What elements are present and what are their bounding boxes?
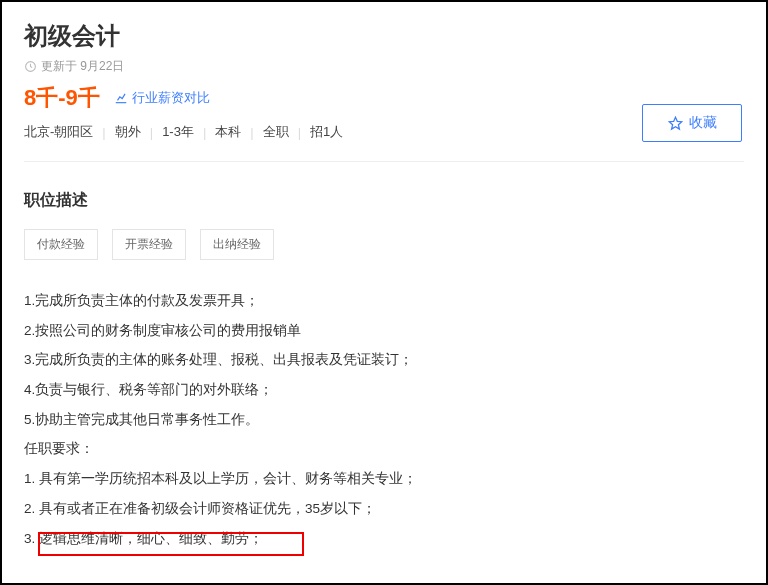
duty-item: 4.负责与银行、税务等部门的对外联络； — [24, 375, 744, 405]
req-highlight-text: 具有或者正在准备初级会计师资格证优先 — [39, 501, 291, 516]
star-icon — [668, 116, 683, 131]
req-prefix: 1. — [24, 471, 39, 486]
meta-experience: 1-3年 — [162, 123, 194, 141]
description-section-title: 职位描述 — [24, 190, 744, 211]
update-time-text: 更新于 9月22日 — [41, 58, 124, 75]
req-prefix: 2. — [24, 501, 39, 516]
requirement-item: 1. 具有第一学历统招本科及以上学历，会计、财务等相关专业； — [24, 464, 744, 494]
favorite-button[interactable]: 收藏 — [642, 104, 742, 142]
meta-sep: | — [150, 125, 153, 140]
req-suffix: ，35岁以下； — [291, 501, 376, 516]
duty-item: 3.完成所负责的主体的账务处理、报税、出具报表及凭证装订； — [24, 345, 744, 375]
requirement-item: 2. 具有或者正在准备初级会计师资格证优先，35岁以下； — [24, 494, 744, 524]
req-text: 具有第一学历统招本科及以上学历，会计、财务等相关专业； — [39, 471, 417, 486]
meta-sep: | — [298, 125, 301, 140]
meta-type: 全职 — [263, 123, 289, 141]
req-prefix: 3. — [24, 531, 39, 546]
duty-item: 2.按照公司的财务制度审核公司的费用报销单 — [24, 316, 744, 346]
job-title: 初级会计 — [24, 20, 744, 52]
meta-location: 北京-朝阳区 — [24, 123, 93, 141]
salary-compare-label: 行业薪资对比 — [132, 89, 210, 107]
job-meta-row: 北京-朝阳区 | 朝外 | 1-3年 | 本科 | 全职 | 招1人 — [24, 123, 744, 141]
favorite-label: 收藏 — [689, 114, 717, 132]
divider — [24, 161, 744, 162]
requirement-item: 3. 逻辑思维清晰，细心、细致、勤劳； — [24, 524, 744, 554]
duties-list: 1.完成所负责主体的付款及发票开具； 2.按照公司的财务制度审核公司的费用报销单… — [24, 286, 744, 434]
requirements-title: 任职要求： — [24, 434, 744, 464]
req-text: 逻辑思维清晰，细心、细致、勤劳； — [39, 531, 263, 546]
requirements-list: 1. 具有第一学历统招本科及以上学历，会计、财务等相关专业； 2. 具有或者正在… — [24, 464, 744, 553]
job-posting-frame: 初级会计 更新于 9月22日 8千-9千 行业薪资对比 北京-朝阳区 | 朝外 … — [0, 0, 768, 585]
salary-row: 8千-9千 行业薪资对比 — [24, 83, 744, 113]
meta-sep: | — [102, 125, 105, 140]
meta-headcount: 招1人 — [310, 123, 343, 141]
salary-compare-link[interactable]: 行业薪资对比 — [114, 89, 210, 107]
meta-area: 朝外 — [115, 123, 141, 141]
skill-tag: 出纳经验 — [200, 229, 274, 260]
skill-tags: 付款经验 开票经验 出纳经验 — [24, 229, 744, 260]
duty-item: 1.完成所负责主体的付款及发票开具； — [24, 286, 744, 316]
meta-sep: | — [250, 125, 253, 140]
skill-tag: 付款经验 — [24, 229, 98, 260]
content-area: 初级会计 更新于 9月22日 8千-9千 行业薪资对比 北京-朝阳区 | 朝外 … — [2, 2, 766, 553]
chart-icon — [114, 91, 128, 105]
salary-text: 8千-9千 — [24, 83, 100, 113]
duty-item: 5.协助主管完成其他日常事务性工作。 — [24, 405, 744, 435]
meta-sep: | — [203, 125, 206, 140]
update-time-row: 更新于 9月22日 — [24, 58, 744, 75]
meta-education: 本科 — [215, 123, 241, 141]
clock-icon — [24, 60, 37, 73]
skill-tag: 开票经验 — [112, 229, 186, 260]
